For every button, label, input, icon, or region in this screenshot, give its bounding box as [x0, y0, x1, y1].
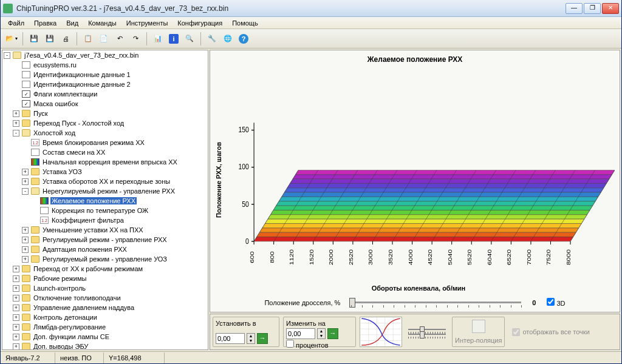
status-y: Y=168,498 — [104, 352, 165, 363]
change-value-input[interactable] — [286, 328, 315, 339]
search-button[interactable]: 🔍 — [182, 32, 197, 46]
tree-item[interactable]: +Регулируемый режим - управление РХХ — [2, 235, 208, 244]
svg-text:100: 100 — [238, 162, 249, 171]
close-button[interactable]: ✕ — [602, 3, 619, 14]
chart-ylabel: Положение РХХ, шагов — [215, 67, 222, 292]
menu-help[interactable]: Помощь — [227, 18, 263, 28]
tree-item[interactable]: Начальная коррекция времени впрыска ХХ — [2, 157, 208, 167]
chart-xlabel: Обороты коленвала, об/мин — [222, 285, 615, 292]
interpolation-button[interactable]: Интер-поляция — [452, 317, 505, 347]
bottom-panel: Установить в ▲▼ → Изменить на ▲▼ → проце… — [210, 314, 620, 350]
chart-area: Желаемое положение РХХ Положение РХХ, ша… — [210, 50, 620, 312]
save-all-button[interactable]: 💾 — [43, 32, 57, 46]
tree-item[interactable]: +Отключение топливоподачи — [2, 293, 208, 303]
set-label: Установить в — [216, 320, 276, 327]
change-label: Изменить на — [286, 320, 353, 327]
tree-item[interactable]: -Нерегулируемый режим - управление РХХ — [2, 186, 208, 196]
tree-item[interactable]: ecusystems.ru — [2, 60, 208, 70]
svg-text:7000: 7000 — [525, 249, 532, 265]
tree-item[interactable]: ✓Флаги комплектации — [2, 89, 208, 99]
tree-item[interactable]: +Контроль детонации — [2, 312, 208, 322]
svg-text:1520: 1520 — [308, 249, 315, 265]
tree-item[interactable]: -Холостой ход — [2, 128, 208, 138]
open-button[interactable]: 📂▾ — [4, 32, 19, 46]
svg-text:2000: 2000 — [328, 249, 335, 265]
menu-file[interactable]: Файл — [3, 18, 29, 28]
set-apply-button[interactable]: → — [257, 333, 268, 344]
chart-3d-surface[interactable]: 0501001506008001120152020002520300035204… — [222, 67, 615, 281]
tree-item[interactable]: Коррекция по температуре ОЖ — [2, 206, 208, 215]
checkbox-3d-wrap[interactable]: 3D — [547, 298, 565, 307]
undo-button[interactable]: ↶ — [112, 32, 127, 46]
minimize-button[interactable]: — — [566, 3, 583, 14]
menu-commands[interactable]: Команды — [83, 18, 121, 28]
tree-item[interactable]: ✓Маска ошибок — [2, 99, 208, 109]
window-title: ChipTuningPRO ver.3.21 - j7esa_v0.4.5_da… — [16, 4, 566, 13]
tree-item[interactable]: +Уставка УОЗ — [2, 167, 208, 177]
tree-item[interactable]: +Доп. функции лампы CE — [2, 332, 208, 342]
tree-item[interactable]: Идентификационные данные 2 — [2, 79, 208, 89]
tree-item[interactable]: +Регулируемый режим - управление УОЗ — [2, 254, 208, 264]
redo-button[interactable]: ↷ — [128, 32, 143, 46]
tree-item[interactable]: +Адаптация положения РХХ — [2, 244, 208, 254]
print-button[interactable]: 🖨 — [58, 32, 73, 46]
throttle-slider[interactable] — [351, 302, 521, 303]
tree-item[interactable]: +Уставка оборотов ХХ и переходные зоны — [2, 177, 208, 186]
svg-text:5520: 5520 — [466, 249, 473, 265]
toolbar: 📂▾ 💾 💾 🖨 📋 📄 ↶ ↷ 📊 i 🔍 🔧 🌐 ? — [1, 29, 621, 49]
tree-item[interactable]: Желаемое положение РХХ — [2, 196, 208, 206]
tree-item[interactable]: +Пуск — [2, 109, 208, 118]
tree-item[interactable]: +Переход от ХХ к рабочим режимам — [2, 264, 208, 274]
menu-config[interactable]: Конфигурация — [173, 18, 227, 28]
save-button[interactable]: 💾 — [27, 32, 41, 46]
tree-item[interactable]: +Доп. выводы ЭБУ — [2, 342, 208, 350]
slider-value: 0 — [532, 299, 536, 306]
tree-item[interactable]: Состав смеси на ХХ — [2, 147, 208, 157]
tree-item[interactable]: +Launch-контроль — [2, 283, 208, 293]
tree-root[interactable]: -j7esa_v0.4.5_dav_ver_73_bez_rxx.bin — [2, 50, 208, 60]
tree-item[interactable]: Идентификационные данные 1 — [2, 70, 208, 79]
compare-button[interactable]: 📊 — [151, 32, 165, 46]
svg-text:5040: 5040 — [446, 249, 453, 265]
change-apply-button[interactable]: → — [327, 328, 338, 339]
set-spinner[interactable]: ▲▼ — [247, 333, 255, 344]
globe-button[interactable]: 🌐 — [220, 32, 235, 46]
tree-item[interactable]: +Лямбда-регулирование — [2, 322, 208, 332]
help-button[interactable]: ? — [236, 32, 251, 46]
menubar: Файл Правка Вид Команды Инструменты Конф… — [1, 17, 621, 29]
mini-sliders[interactable] — [406, 317, 448, 347]
copy-button[interactable]: 📋 — [81, 32, 95, 46]
tree-item[interactable]: 1.2Время блокирования режима ХХ — [2, 138, 208, 147]
svg-text:600: 600 — [248, 251, 255, 263]
status-firmware: неизв. ПО — [55, 352, 104, 363]
info-button[interactable]: i — [166, 32, 181, 46]
svg-text:3000: 3000 — [367, 249, 374, 265]
tree-item[interactable]: 1.2Коэффициент фильтра — [2, 215, 208, 225]
svg-text:50: 50 — [242, 199, 249, 208]
change-spinner[interactable]: ▲▼ — [317, 328, 326, 339]
percent-checkbox[interactable]: процентов — [286, 340, 353, 349]
svg-text:800: 800 — [268, 251, 275, 263]
menu-edit[interactable]: Правка — [29, 18, 61, 28]
mini-curve-preview — [360, 317, 402, 347]
tree-item[interactable]: +Управление давлением наддува — [2, 303, 208, 312]
tree-item[interactable]: +Рабочие режимы — [2, 274, 208, 283]
tree-item[interactable]: +Уменьшение уставки ХХ на ПХХ — [2, 225, 208, 235]
menu-view[interactable]: Вид — [61, 18, 83, 28]
tree-item[interactable]: +Переход Пуск - Холостой ход — [2, 118, 208, 128]
tree-pane[interactable]: -j7esa_v0.4.5_dav_ver_73_bez_rxx.binecus… — [2, 50, 208, 350]
show-all-points-checkbox[interactable]: отображать все точки — [508, 317, 593, 347]
svg-text:6040: 6040 — [486, 249, 493, 265]
svg-text:4000: 4000 — [407, 249, 414, 265]
svg-text:3520: 3520 — [387, 249, 394, 265]
svg-text:4520: 4520 — [426, 249, 433, 265]
set-value-input[interactable] — [216, 333, 245, 344]
wrench-button[interactable]: 🔧 — [205, 32, 219, 46]
paste-button[interactable]: 📄 — [97, 32, 111, 46]
slider-label: Положение дросселя, % — [264, 299, 340, 306]
menu-tools[interactable]: Инструменты — [121, 18, 173, 28]
status-module: Январь-7.2 — [1, 352, 55, 363]
titlebar: ChipTuningPRO ver.3.21 - j7esa_v0.4.5_da… — [1, 0, 621, 17]
app-icon — [3, 4, 13, 13]
maximize-button[interactable]: ❐ — [584, 3, 601, 14]
